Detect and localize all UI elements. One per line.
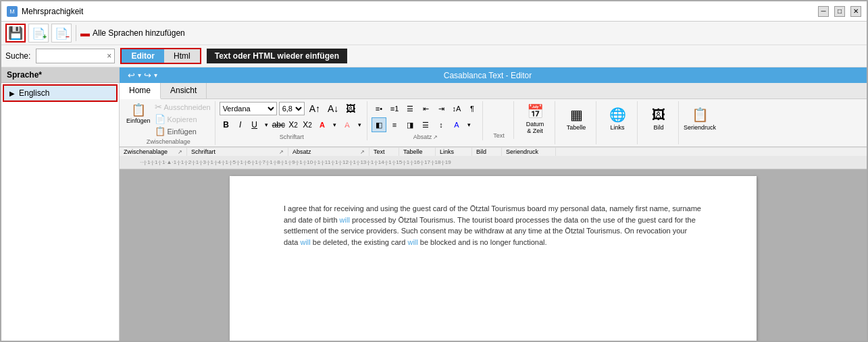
undo-dropdown[interactable]: ▾: [138, 72, 141, 79]
zwischenablage-cell: Zwischenablage ↗: [120, 148, 187, 156]
language-item-english[interactable]: ▶ Englisch: [3, 84, 118, 102]
pilcrow-button[interactable]: ¶: [465, 101, 480, 116]
insert-small-button[interactable]: 📋 Einfügen: [153, 125, 212, 137]
search-input[interactable]: [36, 51, 104, 61]
insert-tooltip: Text oder HTML wieder einfügen: [207, 49, 347, 63]
absatz-rows: ≡• ≡1 ☰ ⇤ ⇥ ↕A ¶ ◧ ≡ ◨ ☰: [372, 101, 480, 132]
lang-item-label: Englisch: [19, 88, 49, 98]
font-selection-row: Verdana 6,8 A↑ A↓ 🖼: [220, 101, 359, 116]
table-icon: ▦: [570, 107, 583, 123]
font-size-select[interactable]: 6,8: [279, 102, 305, 115]
zwischenablage-expand[interactable]: ↗: [178, 149, 182, 155]
undo-redo-group: ↩ ▾ ↪ ▾: [128, 70, 157, 80]
underline-button[interactable]: U: [248, 118, 261, 132]
editor-tab[interactable]: Editor: [122, 49, 164, 63]
highlight-will-3: will: [407, 238, 417, 246]
toolbar-row2: Suche: × Editor Html Text oder HTML wied…: [1, 45, 867, 67]
color-fill-button[interactable]: A: [449, 117, 464, 132]
remove-doc-button[interactable]: 📄 −: [51, 24, 72, 42]
align-center-button[interactable]: ≡: [387, 117, 402, 132]
links-cell: Links: [436, 148, 472, 156]
highlight-color-button[interactable]: A: [340, 117, 355, 132]
editor-title-bar: ↩ ▾ ↪ ▾ Casablanca Text - Editor: [120, 67, 867, 83]
font-family-select[interactable]: Verdana: [220, 102, 277, 115]
page-text-content[interactable]: I agree that for receiving and using the…: [284, 203, 703, 248]
datetime-button[interactable]: 📅 Datum& Zeit: [518, 101, 552, 136]
list-style-button[interactable]: ☰: [403, 101, 417, 116]
maximize-button[interactable]: □: [834, 6, 845, 17]
absatz-row1: ≡• ≡1 ☰ ⇤ ⇥ ↕A ¶: [372, 101, 480, 116]
document-page: I agree that for receiving and using the…: [230, 176, 757, 341]
font-shrink-button[interactable]: A↓: [325, 101, 341, 116]
add-lang-button[interactable]: ▬ Alle Sprachen hinzufügen: [80, 28, 185, 38]
save-button[interactable]: 💾: [5, 24, 26, 42]
content-area: Sprache* ▶ Englisch ↩ ▾ ↪ ▾ Casablanca T…: [1, 67, 867, 341]
strikethrough-button[interactable]: abc: [272, 118, 286, 132]
absatz-expand-icon[interactable]: ↗: [433, 134, 438, 140]
title-bar: M Mehrsprachigkeit ─ □ ✕: [1, 1, 867, 22]
table-group: ▦ Tabelle x: [557, 101, 596, 144]
add-doc-button[interactable]: 📄 +: [28, 24, 49, 42]
editor-content-area[interactable]: I agree that for receiving and using the…: [120, 169, 867, 341]
toolbar-row1: 💾 📄 + 📄 − ▬ Alle Sprachen hinzufügen: [1, 22, 867, 45]
bold-button[interactable]: B: [220, 118, 233, 132]
minimize-button[interactable]: ─: [818, 6, 829, 17]
seriendruck-cell: Seriendruck: [502, 148, 556, 156]
absatz-label: Absatz ↗: [413, 134, 438, 140]
schriftart-group: Verdana 6,8 A↑ A↓ 🖼 B I U: [217, 101, 367, 140]
table-label: Tabelle: [567, 124, 586, 131]
hyperlink-button[interactable]: 🌐 Links: [601, 101, 634, 136]
indent-button[interactable]: ⇥: [434, 101, 449, 116]
cut-button[interactable]: ✂ Ausschneiden: [153, 101, 212, 113]
absatz-cell-expand[interactable]: ↗: [360, 149, 365, 155]
bild-cell: Bild: [472, 148, 502, 156]
schriftart-label: Schriftart: [280, 134, 304, 140]
copy-button[interactable]: 📄 Kopieren: [153, 113, 212, 125]
search-input-wrap: ×: [36, 49, 115, 63]
sort-button[interactable]: ↕A: [449, 101, 464, 116]
font-color-dropdown[interactable]: ▾: [330, 117, 339, 132]
schriftart-cell-expand[interactable]: ↗: [279, 149, 284, 155]
font-color-button[interactable]: A: [315, 117, 330, 132]
table-button[interactable]: ▦ Tabelle: [559, 101, 593, 136]
ribbon-tabs: Home Ansicht: [120, 83, 867, 99]
align-right-button[interactable]: ◨: [403, 117, 417, 132]
undo-button[interactable]: ↩: [128, 70, 135, 80]
clipboard-top: 📋 Einfügen ✂ Ausschneiden 📄 Kopieren: [125, 101, 212, 137]
flag-icon: ▬: [80, 28, 90, 38]
html-tab[interactable]: Html: [164, 49, 200, 63]
outdent-button[interactable]: ⇤: [418, 101, 433, 116]
tab-home[interactable]: Home: [120, 83, 161, 99]
close-button[interactable]: ✕: [850, 6, 861, 17]
line-spacing-button[interactable]: ↕: [434, 117, 449, 132]
search-clear-button[interactable]: ×: [104, 51, 114, 61]
editor-html-tabs: Editor Html: [120, 48, 201, 64]
subscript-button[interactable]: X2: [286, 118, 300, 132]
language-column-header: Sprache*: [1, 67, 119, 83]
window-title: Mehrsprachigkeit: [22, 7, 83, 16]
redo-dropdown[interactable]: ▾: [154, 72, 157, 79]
add-lang-label: Alle Sprachen hinzufügen: [93, 28, 185, 38]
underline-dropdown[interactable]: ▾: [262, 117, 271, 132]
ribbon-labels-row: Zwischenablage ↗ Schriftart ↗ Absatz ↗ T…: [120, 147, 867, 156]
fields-label: Seriendruck: [684, 124, 716, 131]
tabelle-cell: Tabelle: [399, 148, 436, 156]
paste-button[interactable]: 📋 Einfügen: [125, 101, 152, 137]
color-fill-dropdown[interactable]: ▾: [465, 117, 474, 132]
italic-button[interactable]: I: [234, 118, 247, 132]
align-justify-button[interactable]: ☰: [418, 117, 433, 132]
font-image-button[interactable]: 🖼: [343, 101, 358, 116]
list-unordered-button[interactable]: ≡•: [372, 101, 386, 116]
hyperlink-icon: 🌐: [609, 107, 626, 123]
clipboard-right: ✂ Ausschneiden 📄 Kopieren 📋 Einfügen: [153, 101, 212, 137]
absatz-row2: ◧ ≡ ◨ ☰ ↕ A ▾: [372, 117, 480, 132]
highlight-dropdown[interactable]: ▾: [355, 117, 364, 132]
superscript-button[interactable]: X2: [301, 118, 314, 132]
image-button[interactable]: 🖼 Bild: [642, 101, 675, 136]
list-ordered-button[interactable]: ≡1: [387, 101, 402, 116]
redo-button[interactable]: ↪: [144, 70, 151, 80]
font-grow-button[interactable]: A↑: [307, 101, 323, 116]
tab-ansicht[interactable]: Ansicht: [161, 83, 207, 98]
fields-button[interactable]: 📋 Seriendruck: [683, 101, 717, 136]
align-left-button[interactable]: ◧: [372, 117, 386, 132]
